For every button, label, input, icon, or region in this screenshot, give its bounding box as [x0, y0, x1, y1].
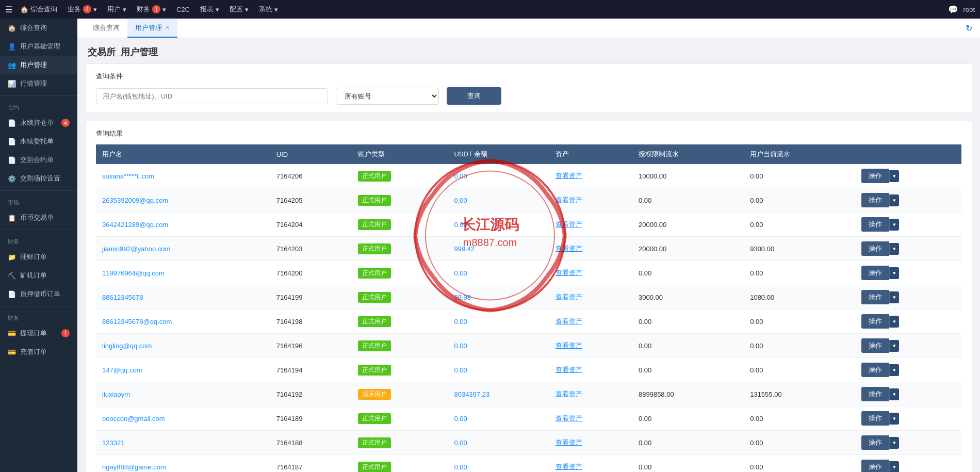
sidebar-item-综合查询[interactable]: 🏠 综合查询	[0, 19, 77, 37]
action-button[interactable]: 操作	[861, 460, 889, 472]
sidebar-item-永续委托单[interactable]: 📄 永续委托单	[0, 132, 77, 151]
view-asset-link[interactable]: 查看资产	[556, 245, 582, 252]
sidebar-label: 质押借币订单	[20, 289, 60, 299]
username-link[interactable]: hgay888@game.com	[102, 463, 166, 471]
username-link[interactable]: 88612345678	[102, 294, 143, 301]
action-dropdown-button[interactable]: ▾	[889, 194, 899, 206]
action-group: 操作 ▾	[861, 169, 955, 183]
cell-username: hgay888@game.com	[96, 455, 270, 473]
username-link[interactable]: 2635392009@qq.com	[102, 197, 168, 204]
action-dropdown-button[interactable]: ▾	[889, 364, 899, 376]
action-dropdown-button[interactable]: ▾	[889, 388, 899, 400]
username-link[interactable]: jiamin992@yahoo.com	[102, 245, 170, 253]
sidebar-item-矿机订单[interactable]: ⛏️ 矿机订单	[0, 266, 77, 285]
sidebar-item-行情管理[interactable]: 📊 行情管理	[0, 74, 77, 93]
action-button[interactable]: 操作	[861, 411, 889, 426]
cell-username: lingling@qq.com	[96, 334, 270, 358]
action-button[interactable]: 操作	[861, 290, 889, 304]
chat-icon[interactable]: 💬	[948, 5, 958, 14]
search-input[interactable]	[96, 88, 328, 104]
nav-用户[interactable]: 用户 ▾	[107, 5, 126, 14]
action-button[interactable]: 操作	[861, 169, 889, 183]
username-link[interactable]: oooccon@gmail.com	[102, 415, 165, 422]
action-button[interactable]: 操作	[861, 338, 889, 353]
view-asset-link[interactable]: 查看资产	[556, 293, 582, 301]
action-dropdown-button[interactable]: ▾	[889, 437, 899, 449]
username-link[interactable]: lingling@qq.com	[102, 342, 152, 350]
action-dropdown-button[interactable]: ▾	[889, 219, 899, 231]
action-dropdown-button[interactable]: ▾	[889, 243, 899, 255]
action-button[interactable]: 操作	[861, 193, 889, 207]
username-link[interactable]: 147@qq.com	[102, 366, 142, 374]
action-dropdown-button[interactable]: ▾	[889, 170, 899, 182]
col-type: 账户类型	[352, 144, 448, 164]
view-asset-link[interactable]: 查看资产	[556, 463, 582, 470]
cell-asset: 查看资产	[549, 334, 632, 358]
action-button[interactable]: 操作	[861, 266, 889, 280]
view-asset-link[interactable]: 查看资产	[556, 317, 582, 325]
col-username: 用户名	[96, 144, 270, 164]
refresh-button[interactable]: ↻	[966, 23, 972, 33]
action-button[interactable]: 操作	[861, 217, 889, 232]
nav-系统[interactable]: 系统 ▾	[259, 5, 278, 14]
view-asset-link[interactable]: 查看资产	[556, 172, 582, 180]
view-asset-link[interactable]: 查看资产	[556, 414, 582, 422]
sidebar-item-交割合约单[interactable]: 📄 交割合约单	[0, 151, 77, 169]
nav-报表[interactable]: 报表 ▾	[200, 5, 219, 14]
view-asset-link[interactable]: 查看资产	[556, 438, 582, 446]
username-link[interactable]: susana*****il.com	[102, 172, 154, 180]
view-asset-link[interactable]: 查看资产	[556, 390, 582, 398]
action-button[interactable]: 操作	[861, 314, 889, 329]
nav-C2C[interactable]: C2C	[176, 6, 190, 13]
username-link[interactable]: 119976964@qq.com	[102, 269, 165, 277]
sidebar-item-充值订单[interactable]: 💳 充值订单	[0, 343, 77, 361]
username-link[interactable]: jiuxiaoym	[102, 390, 130, 398]
hamburger-icon[interactable]: ☰	[5, 5, 12, 14]
nav-财务[interactable]: 财务 1 ▾	[137, 5, 166, 14]
username-link[interactable]: 88612345678@qq.com	[102, 318, 172, 325]
username-link[interactable]: 3642421289@qq.com	[102, 221, 168, 229]
sidebar-item-理财订单[interactable]: 📁 理财订单	[0, 248, 77, 266]
tab-综合查询[interactable]: 综合查询	[85, 19, 127, 38]
sidebar-item-用户基础管理[interactable]: 👤 用户基础管理	[0, 37, 77, 56]
sidebar-item-交割场控设置[interactable]: ⚙️ 交割场控设置	[0, 169, 77, 188]
perp-position-badge: 4	[61, 119, 70, 127]
action-button[interactable]: 操作	[861, 387, 889, 401]
tab-用户管理[interactable]: 用户管理 ✕	[127, 19, 177, 38]
nav-业务[interactable]: 业务 4 ▾	[68, 5, 97, 14]
action-dropdown-button[interactable]: ▾	[889, 316, 899, 328]
sidebar-item-用户管理[interactable]: 👥 用户管理	[0, 56, 77, 74]
sidebar-item-提现订单[interactable]: 💳 提现订单 1	[0, 324, 77, 343]
tab-close-icon[interactable]: ✕	[165, 24, 170, 31]
username-link[interactable]: 123321	[102, 439, 124, 447]
query-row: 所有账号 正式用户 演示用户 查询	[96, 87, 961, 105]
view-asset-link[interactable]: 查看资产	[556, 196, 582, 204]
sidebar-item-币币交易单[interactable]: 📋 币币交易单	[0, 208, 77, 227]
action-dropdown-button[interactable]: ▾	[889, 291, 899, 303]
action-dropdown-button[interactable]: ▾	[889, 413, 899, 425]
nav-配置[interactable]: 配置 ▾	[230, 5, 249, 14]
cell-username: 147@qq.com	[96, 358, 270, 382]
cell-type: 正式用户	[352, 334, 448, 358]
action-button[interactable]: 操作	[861, 241, 889, 256]
action-dropdown-button[interactable]: ▾	[889, 340, 899, 352]
cell-limit: 20000.00	[632, 237, 744, 261]
action-button[interactable]: 操作	[861, 435, 889, 450]
view-asset-link[interactable]: 查看资产	[556, 220, 582, 228]
pledge-order-icon: 📄	[8, 290, 16, 298]
sidebar-item-质押借币订单[interactable]: 📄 质押借币订单	[0, 285, 77, 303]
query-button[interactable]: 查询	[447, 87, 501, 105]
nav-综合查询[interactable]: 🏠 综合查询	[20, 5, 57, 14]
view-asset-link[interactable]: 查看资产	[556, 269, 582, 276]
cell-username: 2635392009@qq.com	[96, 188, 270, 213]
action-dropdown-button[interactable]: ▾	[889, 461, 899, 473]
view-asset-link[interactable]: 查看资产	[556, 341, 582, 349]
cell-current: 0.00	[744, 310, 855, 334]
account-type-select[interactable]: 所有账号 正式用户 演示用户	[336, 88, 439, 105]
cell-uid: 7164194	[270, 358, 352, 382]
action-dropdown-button[interactable]: ▾	[889, 267, 899, 279]
status-badge: 正式用户	[358, 437, 391, 448]
action-button[interactable]: 操作	[861, 363, 889, 377]
view-asset-link[interactable]: 查看资产	[556, 366, 582, 373]
sidebar-item-永续持仓单[interactable]: 📄 永续持仓单 4	[0, 113, 77, 132]
